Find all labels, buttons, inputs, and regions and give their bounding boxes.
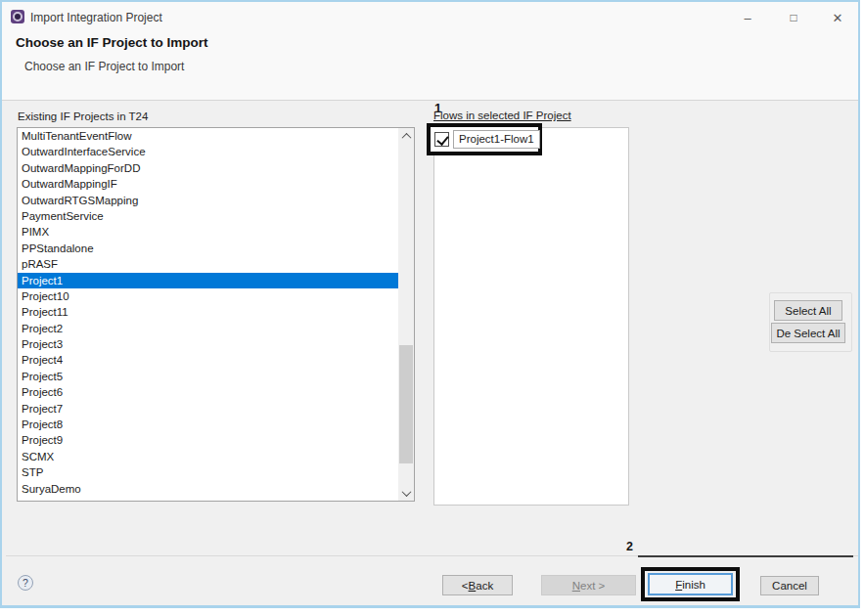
flows-listbox[interactable] (433, 127, 629, 506)
list-item[interactable]: Project10 (18, 288, 398, 304)
list-item[interactable]: MultiTenantEventFlow (18, 128, 398, 144)
list-item[interactable]: Project1 (18, 273, 398, 288)
list-item[interactable]: PPStandalone (18, 241, 398, 256)
list-item[interactable]: PaymentService (18, 208, 398, 224)
window-title: Import Integration Project (30, 11, 162, 24)
list-item[interactable]: OutwardInterfaceService (18, 144, 398, 159)
list-item[interactable]: OutwardMappingIF (18, 176, 398, 192)
list-item[interactable]: Project11 (18, 304, 398, 320)
list-item[interactable]: PIMX (18, 224, 398, 240)
help-button[interactable]: ? (18, 575, 33, 591)
list-item[interactable]: STP (18, 464, 398, 480)
list-item[interactable]: Project6 (18, 384, 398, 400)
scrollbar-down-icon[interactable] (398, 485, 414, 501)
app-icon (11, 10, 24, 23)
chevron-down-icon (401, 487, 411, 497)
scrollbar-up-icon[interactable] (398, 128, 414, 144)
maximize-icon[interactable]: □ (778, 7, 809, 28)
finish-annotation-box: Finish (641, 567, 740, 601)
list-item[interactable]: Project7 (18, 401, 398, 417)
list-item[interactable]: SCMX (18, 449, 398, 464)
list-item[interactable]: OutwardRTGSMapping (18, 193, 398, 208)
back-button[interactable]: < Back (442, 575, 513, 595)
list-item[interactable]: Project8 (18, 417, 398, 432)
list-item[interactable]: Project3 (18, 336, 398, 352)
flows-label: Flows in selected IF Project (433, 110, 571, 121)
scrollbar-thumb[interactable] (399, 345, 413, 463)
cancel-button[interactable]: Cancel (760, 576, 819, 595)
next-button[interactable]: Next > (541, 575, 636, 595)
select-all-button[interactable]: Select All (774, 300, 842, 321)
project-list: MultiTenantEventFlowOutwardInterfaceServ… (18, 128, 398, 501)
list-item[interactable]: Project4 (18, 352, 398, 368)
page-subtitle: Choose an IF Project to Import (24, 60, 184, 73)
page-title: Choose an IF Project to Import (16, 35, 208, 50)
existing-projects-label: Existing IF Projects in T24 (18, 110, 148, 122)
list-item[interactable]: Project2 (18, 321, 398, 336)
chevron-up-icon (401, 132, 411, 142)
list-item[interactable]: Project5 (18, 369, 398, 384)
scrollbar[interactable] (398, 128, 414, 501)
list-item[interactable]: OutwardMappingForDD (18, 160, 398, 176)
minimize-icon[interactable]: – (732, 7, 763, 28)
finish-button[interactable]: Finish (648, 573, 733, 595)
flow-item-label: Project1-Flow1 (453, 130, 540, 149)
list-item[interactable]: SuryaDemo (18, 481, 398, 497)
list-item[interactable]: pRASF (18, 256, 398, 272)
flow-checkbox[interactable] (434, 132, 449, 147)
list-item[interactable]: Project9 (18, 432, 398, 448)
annotation-step-2: 2 (626, 540, 633, 553)
existing-projects-listbox[interactable]: MultiTenantEventFlowOutwardInterfaceServ… (17, 127, 415, 502)
annotation-step-2-line (638, 555, 853, 557)
flow-item-annotation-box: Project1-Flow1 (427, 123, 542, 155)
deselect-all-button[interactable]: De Select All (771, 323, 845, 343)
close-icon[interactable]: ✕ (822, 7, 853, 28)
